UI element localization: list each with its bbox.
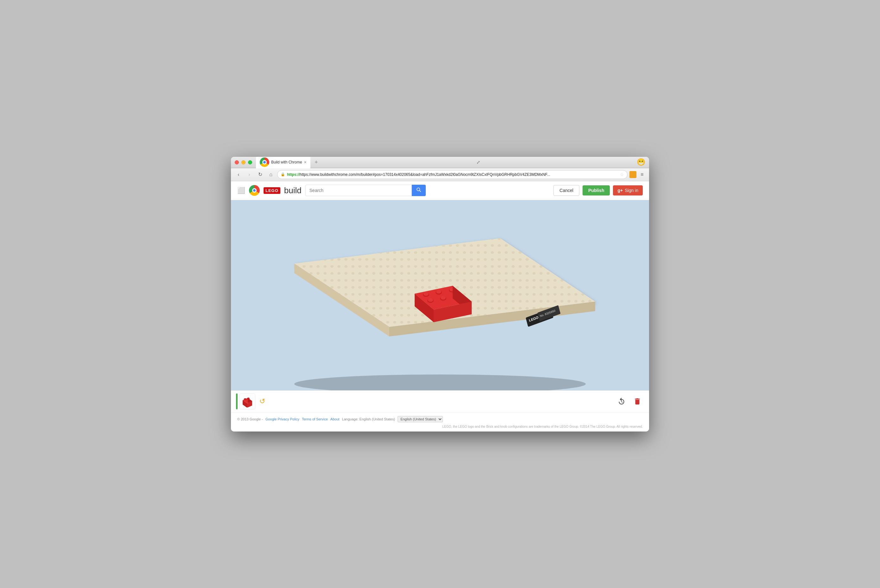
brick-icon <box>241 395 253 407</box>
emoji-decoration: 😁 <box>637 158 645 166</box>
search-icon <box>416 187 421 192</box>
history-icon <box>618 397 626 405</box>
about-link[interactable]: About <box>330 417 340 421</box>
lego-scene: LEGO No. 8325950 <box>231 200 649 390</box>
tab-close-icon[interactable]: ✕ <box>304 160 307 164</box>
share-icon[interactable]: ⬜ <box>237 187 245 194</box>
publish-button[interactable]: Publish <box>583 185 610 195</box>
search-container <box>305 185 426 196</box>
extensions-icon[interactable] <box>630 171 636 178</box>
svg-point-28 <box>244 398 246 400</box>
maximize-button[interactable] <box>248 160 252 164</box>
rotate-button[interactable]: ↺ <box>256 395 268 408</box>
chrome-favicon <box>260 158 269 167</box>
minimize-button[interactable] <box>241 160 246 164</box>
search-input[interactable] <box>305 185 412 196</box>
browser-toolbar: ‹ › ↻ ⌂ 🔒 https://https://www.buildwithc… <box>231 168 649 181</box>
header-actions: Cancel Publish g+ Sign in <box>553 185 643 196</box>
close-button[interactable] <box>235 160 239 164</box>
cancel-button[interactable]: Cancel <box>553 185 579 196</box>
svg-point-21 <box>428 298 433 302</box>
copyright-text: © 2013 Google - <box>237 417 263 421</box>
brick-thumbnail[interactable] <box>240 393 255 410</box>
window-expand-icon[interactable]: ⤢ <box>475 158 482 166</box>
toolbar-right-actions <box>615 395 644 408</box>
language-select[interactable]: English (United States) <box>397 416 443 422</box>
menu-icon[interactable]: ≡ <box>638 171 646 178</box>
home-button[interactable]: ⌂ <box>267 170 275 179</box>
search-button[interactable] <box>412 185 426 196</box>
back-button[interactable]: ‹ <box>234 170 243 179</box>
brick-selector: ↺ <box>236 393 268 410</box>
reload-button[interactable]: ↻ <box>256 170 264 179</box>
tos-link[interactable]: Terms of Service <box>302 417 328 421</box>
forward-button[interactable]: › <box>245 170 254 179</box>
browser-tab[interactable]: Build with Chrome ✕ <box>256 157 310 168</box>
tab-title: Build with Chrome <box>271 160 302 164</box>
gplus-button[interactable]: g+ Sign in <box>613 185 643 195</box>
main-canvas[interactable]: LEGO No. 8325950 <box>231 200 649 390</box>
app-name: build <box>284 186 301 195</box>
active-indicator <box>236 393 238 410</box>
new-tab-button[interactable]: + <box>312 158 320 166</box>
svg-point-18 <box>424 292 429 296</box>
svg-point-0 <box>417 188 420 191</box>
url-text: https://https://www.buildwithchrome.com/… <box>287 172 618 177</box>
svg-point-19 <box>436 290 441 293</box>
ssl-lock-icon: 🔒 <box>281 172 285 177</box>
footer: © 2013 Google - Google Privacy Policy Te… <box>231 412 649 432</box>
window-controls <box>235 160 252 164</box>
lego-logo: LEGO <box>264 187 280 194</box>
language-label: Language: English (United States) <box>342 417 395 421</box>
history-button[interactable] <box>615 395 628 408</box>
title-bar: Build with Chrome ✕ + ⤢ 😁 <box>231 157 649 168</box>
trash-icon <box>633 397 642 405</box>
svg-point-22 <box>441 296 446 299</box>
bottom-toolbar: ↺ <box>231 390 649 412</box>
gplus-icon: g+ <box>618 188 623 193</box>
lego-trademark: LEGO, the LEGO logo and the Brick and kn… <box>442 425 643 428</box>
svg-line-1 <box>420 190 421 192</box>
chrome-logo <box>249 185 260 196</box>
mac-window: Build with Chrome ✕ + ⤢ 😁 ‹ › ↻ ⌂ 🔒 http… <box>231 157 649 432</box>
app-header: ⬜ LEGO build Cancel Publish g+ Sig <box>231 181 649 200</box>
signin-label: Sign in <box>625 188 638 193</box>
delete-button[interactable] <box>631 395 644 408</box>
privacy-link[interactable]: Google Privacy Policy <box>265 417 299 421</box>
bookmark-icon[interactable]: ☆ <box>620 172 624 177</box>
svg-point-3 <box>294 375 586 390</box>
url-bar[interactable]: 🔒 https://https://www.buildwithchrome.co… <box>277 170 628 179</box>
browser-toolbar-icons: ≡ <box>630 171 646 178</box>
